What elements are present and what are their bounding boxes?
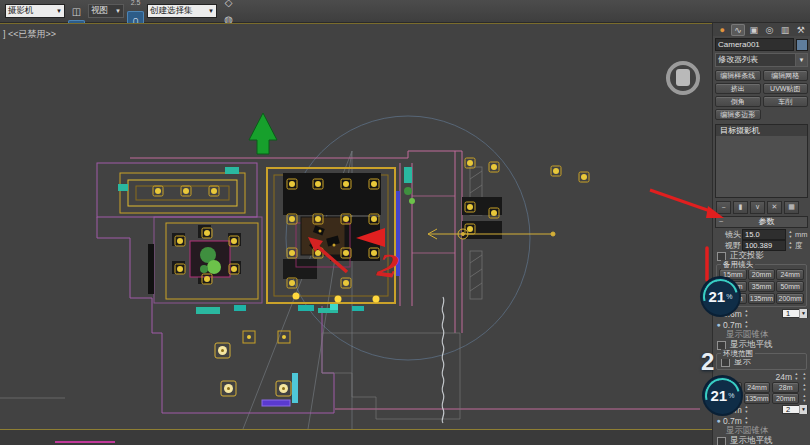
lens-label: 镜头: [715, 229, 741, 240]
spinner[interactable]: ▴▾: [743, 416, 750, 425]
stock-lens-button[interactable]: 20mm: [748, 269, 776, 280]
command-panel: ●∿▣◎▥⚒ Camera001 修改器列表 ▼ 编辑样条线编辑网格挤出UVW贴…: [712, 23, 810, 445]
stock-lenses-group: 备用镜头 15mm20mm24mm28mm35mm50mm85mm135mm20…: [716, 264, 807, 307]
stock-lens-button[interactable]: 200mm: [776, 293, 804, 304]
reference-coordinate-dropdown[interactable]: 视图 ▼: [88, 4, 124, 18]
tab-utilities[interactable]: ⚒: [793, 24, 808, 36]
environment-ranges-label: 环境范围: [721, 349, 755, 359]
tab-motion[interactable]: ◎: [762, 24, 777, 36]
spinner[interactable]: ▴▾: [793, 372, 800, 381]
modifier-button[interactable]: 编辑样条线: [715, 70, 761, 81]
spinner[interactable]: ▴▾: [801, 394, 808, 403]
window-crossing-icon[interactable]: ◫: [68, 3, 85, 20]
remove-modifier-icon[interactable]: ✕: [767, 201, 782, 214]
snap-25-icon[interactable]: 2.5: [127, 0, 144, 11]
schematic-view-icon[interactable]: ◇: [220, 0, 237, 11]
fov-unit: 度: [795, 241, 808, 251]
stock-lens-button[interactable]: 28m: [772, 382, 799, 393]
steps-outline: [0, 167, 482, 419]
tab-modify[interactable]: ∿: [731, 24, 746, 36]
modifier-button[interactable]: 倒角: [715, 96, 761, 107]
spinner[interactable]: ▴▾: [743, 309, 750, 318]
modifier-button[interactable]: 编辑多边形: [715, 109, 761, 120]
annotation-dropdown[interactable]: 1 ▼: [782, 309, 808, 318]
bullet-icon: ●: [715, 310, 722, 317]
chevron-down-icon: ▼: [53, 8, 62, 14]
stock-lenses-label: 备用镜头: [721, 260, 755, 270]
viewport-label[interactable]: ] <<已禁用>>: [3, 28, 56, 41]
parameters-rollout-header[interactable]: − 参数: [715, 216, 808, 228]
modifier-button[interactable]: 编辑网格: [763, 70, 809, 81]
spinner[interactable]: ▴▾: [743, 405, 750, 414]
show-end-result-icon[interactable]: ▮: [733, 201, 748, 214]
command-panel-tabs: ●∿▣◎▥⚒: [713, 23, 810, 36]
spinner[interactable]: ▴▾: [743, 320, 750, 329]
named-selection-set-dropdown[interactable]: 创建选择集 ▼: [147, 4, 217, 18]
chevron-down-icon: ▼: [795, 54, 807, 66]
tab-create[interactable]: ●: [715, 24, 730, 36]
floor-plan-canvas: 2: [0, 24, 712, 429]
squiggle-line: [442, 297, 444, 423]
stock-lens-button[interactable]: 15mm: [719, 269, 747, 280]
stock-lens-button[interactable]: 85mm: [719, 293, 747, 304]
show-horizon-label: 显示地平线: [730, 435, 773, 445]
stock-lens-button[interactable]: 24mm: [744, 382, 771, 393]
modifier-list-dropdown[interactable]: 修改器列表 ▼: [715, 53, 808, 67]
stock-lens-button[interactable]: 24mm: [715, 382, 742, 393]
spinner[interactable]: ▴▾: [801, 372, 808, 381]
reference-coordinate-value: 视图: [91, 5, 108, 17]
bar-counter: [120, 173, 245, 213]
modifier-button[interactable]: 车削: [763, 96, 809, 107]
modifier-list-label: 修改器列表: [718, 54, 758, 66]
make-unique-icon[interactable]: ∨: [750, 201, 765, 214]
rollout-title: 参数: [729, 217, 804, 227]
play-button-watermark: [666, 61, 700, 95]
tab-display[interactable]: ▥: [778, 24, 793, 36]
stock-lens-button[interactable]: 135mm: [748, 293, 776, 304]
lens-field[interactable]: 15.0: [742, 229, 786, 240]
selection-filter-value: 摄影机: [8, 5, 34, 17]
stack-item-camera[interactable]: 目标摄影机: [716, 125, 807, 136]
magenta-line: [55, 441, 115, 443]
chevron-down-icon: ▼: [799, 405, 807, 414]
stock-lens-button[interactable]: 85mm: [715, 393, 742, 404]
selection-filter-dropdown[interactable]: 摄影机 ▼: [5, 4, 65, 18]
top-viewport[interactable]: ] <<已禁用>>: [0, 23, 712, 430]
near-value: 0.6m: [723, 309, 742, 319]
pin-stack-icon[interactable]: −: [716, 201, 731, 214]
annotation-dropdown[interactable]: 2 ▼: [782, 405, 808, 414]
show-horizon-checkbox[interactable]: [717, 437, 726, 445]
modifier-stack[interactable]: 目标摄影机: [715, 124, 808, 198]
spinner[interactable]: ▴▾: [787, 241, 794, 250]
stock-lens-button[interactable]: 28mm: [719, 281, 747, 292]
object-name-field[interactable]: Camera001: [715, 38, 794, 51]
modifier-button[interactable]: 挤出: [715, 83, 761, 94]
fragment-row: 24m ▴▾ ▴▾: [713, 371, 810, 382]
stock-lens-button[interactable]: 135mm: [744, 393, 771, 404]
3dsmax-window: 摄影机 ▼ ⌖▤▭◫✚↻▱ 视图 ▼ ⚑⚑+◉2.5∩∠%⇅✎ 创建选择集 ▼ …: [0, 0, 810, 445]
spinner[interactable]: ▴▾: [787, 230, 794, 239]
tab-hierarchy[interactable]: ▣: [746, 24, 761, 36]
modifier-buttons: 编辑样条线编辑网格挤出UVW贴图倒角车削编辑多边形: [713, 68, 810, 122]
stack-toolbar: −▮∨✕▦: [713, 200, 810, 214]
far-value: 0.7m: [723, 320, 742, 330]
object-color-swatch[interactable]: [796, 39, 808, 51]
collapse-icon: −: [719, 217, 729, 227]
green-arrow-annotation: [249, 113, 277, 154]
named-selection-set-value: 创建选择集: [150, 5, 193, 17]
bullet-icon: ●: [715, 406, 722, 413]
main-toolbar: 摄影机 ▼ ⌖▤▭◫✚↻▱ 视图 ▼ ⚑⚑+◉2.5∩∠%⇅✎ 创建选择集 ▼ …: [0, 0, 810, 23]
lens-unit: mm: [795, 230, 808, 239]
environment-ranges-group: 环境范围 显示: [716, 353, 807, 370]
near-value: 0.6m: [723, 405, 742, 415]
spinner[interactable]: ▴▾: [801, 383, 808, 392]
bullet-icon: ●: [715, 417, 722, 424]
modifier-button[interactable]: UVW贴图: [763, 83, 809, 94]
far-value: 0.7m: [723, 416, 742, 426]
chevron-down-icon: ▼: [799, 309, 807, 318]
configure-modifier-sets-icon[interactable]: ▦: [784, 201, 799, 214]
stock-lens-button[interactable]: 20mm: [772, 393, 799, 404]
stock-lens-button[interactable]: 35mm: [748, 281, 776, 292]
stock-lens-button[interactable]: 24mm: [776, 269, 804, 280]
stock-lens-button[interactable]: 50mm: [776, 281, 804, 292]
